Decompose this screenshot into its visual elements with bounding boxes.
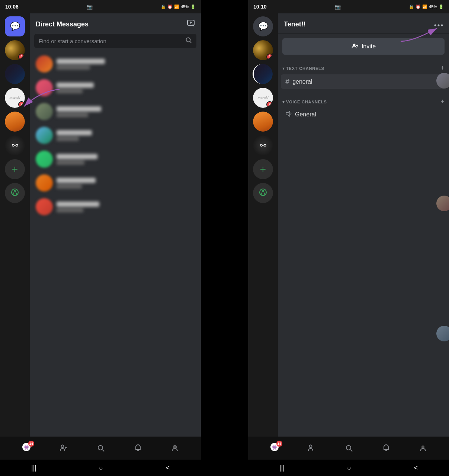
left-nav-profile[interactable]: [170, 444, 179, 453]
right-nav-notifications[interactable]: [382, 444, 391, 453]
right-bottom-nav: 👾 14: [248, 437, 449, 460]
right-lock-icon: 🔒: [409, 4, 414, 9]
dm-text-1: [57, 59, 195, 70]
dm-avatar-6: [36, 174, 53, 192]
left-wifi-icon: 📶: [174, 4, 179, 9]
right-sys-back[interactable]: <: [406, 461, 425, 475]
right-nav-badge: 14: [276, 441, 282, 447]
dm-text-2: [57, 83, 195, 93]
right-sidebar-avatar2[interactable]: [253, 64, 273, 84]
right-voice-collapse-icon[interactable]: ▾: [282, 99, 285, 104]
svg-point-15: [61, 445, 64, 448]
left-search-nav-icon: [96, 444, 105, 453]
svg-point-30: [438, 25, 440, 26]
right-sidebar-avatar5[interactable]: ⚯: [253, 135, 273, 155]
left-badge-1: 6: [18, 54, 25, 60]
dm-item-7[interactable]: [32, 195, 199, 218]
right-voice-channels-header: ▾ VOICE CHANNELS +: [278, 96, 449, 107]
left-sidebar: 💬 6 meraki: [0, 13, 30, 437]
dm-icon: 💬: [10, 22, 20, 31]
right-profile-icon: [418, 444, 427, 453]
right-friends-icon: [307, 444, 316, 453]
left-sys-recent[interactable]: |||: [24, 461, 44, 475]
dm-text-6: [57, 178, 195, 189]
left-status-icons: 🔒 ⏰ 📶 45% 🔋: [161, 4, 196, 9]
left-sidebar-avatar1[interactable]: 6: [5, 40, 25, 60]
left-friends-icon: [59, 444, 68, 453]
right-nav-home[interactable]: 👾 14: [270, 442, 279, 454]
svg-point-22: [173, 446, 176, 448]
dm-item-3[interactable]: [32, 100, 199, 123]
right-discover-button[interactable]: [253, 183, 273, 203]
right-sys-recent[interactable]: |||: [272, 461, 292, 475]
left-new-dm-button[interactable]: [187, 19, 195, 29]
left-search-bar[interactable]: Find or start a conversation: [34, 34, 196, 48]
left-search-placeholder: Find or start a conversation: [39, 38, 182, 44]
left-lock-icon: 🔒: [161, 4, 166, 9]
left-search-icon: [185, 37, 192, 45]
left-discover-button[interactable]: [5, 183, 25, 203]
svg-line-11: [190, 41, 191, 43]
right-nav-friends[interactable]: [307, 444, 316, 453]
right-speaker-icon: [285, 111, 292, 118]
dm-avatar-2: [36, 79, 53, 96]
left-sidebar-dm-icon[interactable]: 💬: [5, 16, 25, 36]
left-sidebar-avatar5[interactable]: ⚯: [5, 135, 25, 155]
phone-gap: [201, 0, 248, 476]
left-nav-home[interactable]: 👾 14: [22, 442, 31, 454]
right-nav-profile[interactable]: [418, 444, 427, 453]
right-dm-icon: 💬: [258, 22, 268, 31]
right-voice-channels-section: ▾ VOICE CHANNELS +: [278, 96, 449, 122]
dm-item-4[interactable]: [32, 124, 199, 147]
svg-point-39: [310, 445, 312, 448]
dm-item-2[interactable]: [32, 76, 199, 99]
svg-point-43: [421, 446, 424, 448]
dm-item-1[interactable]: [32, 52, 199, 75]
right-nav-search[interactable]: [344, 444, 353, 453]
svg-point-31: [441, 25, 443, 26]
right-text-channels-label-group: ▾ TEXT CHANNELS: [282, 66, 324, 71]
right-status-bar: 10:10 📷 🔒 ⏰ 📶 45% 🔋: [248, 0, 449, 13]
right-voice-channels-add[interactable]: +: [440, 98, 445, 106]
right-general-voice-channel[interactable]: General: [281, 108, 446, 121]
right-more-button[interactable]: [434, 19, 443, 29]
dm-text-3: [57, 106, 195, 117]
left-sidebar-avatar4[interactable]: [5, 112, 25, 132]
right-voice-channels-label: VOICE CHANNELS: [286, 100, 327, 104]
right-general-text-channel[interactable]: # general: [281, 74, 446, 89]
left-sidebar-avatar2[interactable]: [5, 64, 25, 84]
left-bottom-nav: 👾 14: [0, 437, 201, 460]
right-voice-channels-label-group: ▾ VOICE CHANNELS: [282, 99, 327, 104]
svg-line-41: [350, 450, 352, 451]
left-sys-home[interactable]: ○: [92, 461, 110, 475]
right-sidebar-dm-icon[interactable]: 💬: [253, 16, 273, 36]
right-add-server-button[interactable]: +: [253, 159, 273, 179]
right-invite-button[interactable]: Invite: [282, 38, 445, 55]
right-text-channels-add[interactable]: +: [440, 64, 445, 72]
left-sys-back[interactable]: <: [158, 461, 177, 475]
left-nav-search[interactable]: [96, 444, 105, 453]
right-sidebar-avatar3[interactable]: meraki 8: [253, 88, 273, 108]
right-server-panel: Tenet!!: [278, 13, 449, 437]
dm-avatar-1: [36, 55, 53, 73]
dm-avatar-5: [36, 151, 53, 168]
left-nav-friends[interactable]: [59, 444, 68, 453]
dm-item-5[interactable]: [32, 148, 199, 171]
svg-marker-35: [286, 111, 290, 116]
left-dm-header: Direct Messages: [30, 13, 201, 34]
dm-text-5: [57, 154, 195, 165]
right-sidebar-avatar4[interactable]: [253, 112, 273, 132]
dm-item-6[interactable]: [32, 171, 199, 194]
right-text-collapse-icon[interactable]: ▾: [282, 66, 285, 71]
right-sidebar: 💬 6 meraki: [248, 13, 278, 437]
left-add-server-button[interactable]: +: [5, 159, 25, 179]
left-battery: 45%: [181, 4, 189, 9]
right-badge-3: 8: [266, 101, 273, 108]
left-sidebar-avatar3[interactable]: meraki 8: [5, 88, 25, 108]
right-edge-avatar-1: [436, 73, 449, 89]
right-sys-home[interactable]: ○: [340, 461, 359, 475]
right-sidebar-avatar1[interactable]: 6: [253, 40, 273, 60]
right-server-header: Tenet!!: [278, 13, 449, 34]
left-dm-panel: Direct Messages Find or start: [30, 13, 201, 437]
left-nav-notifications[interactable]: [134, 444, 142, 453]
